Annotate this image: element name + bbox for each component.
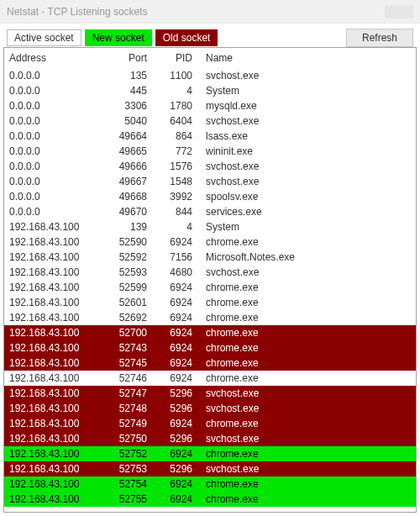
cell-port: 52753 [103, 463, 152, 475]
cell-pid: 1576 [152, 161, 197, 172]
cell-address: 192.168.43.100 [4, 463, 103, 475]
cell-pid: 3992 [152, 191, 197, 203]
table-row[interactable]: 192.168.43.100525934680svchost.exe [4, 265, 416, 280]
cell-address: 192.168.43.100 [4, 297, 103, 308]
table-row[interactable]: 0.0.0.0496683992spoolsv.exe [4, 189, 416, 204]
window-title: Netstat - TCP Listening sockets [7, 6, 148, 18]
table-row[interactable]: 192.168.43.100527466924chrome.exe [4, 371, 416, 386]
cell-address: 0.0.0.0 [4, 206, 103, 218]
table-row[interactable]: 192.168.43.100527505296svchost.exe [4, 431, 416, 446]
cell-address: 192.168.43.100 [4, 282, 103, 293]
table-row[interactable]: 192.168.43.100527526924chrome.exe [4, 446, 416, 461]
refresh-button[interactable]: Refresh [346, 29, 413, 47]
cell-pid: 1780 [152, 100, 197, 112]
table-row[interactable]: 192.168.43.100527485296svchost.exe [4, 401, 416, 416]
cell-name: svchost.exe [197, 266, 416, 278]
cell-pid: 6404 [152, 115, 197, 127]
cell-name: chrome.exe [197, 236, 416, 248]
col-header-address[interactable]: Address [4, 52, 103, 64]
cell-pid: 6924 [152, 357, 197, 369]
cell-port: 139 [103, 221, 152, 233]
table-row[interactable]: 192.168.43.100526016924chrome.exe [4, 295, 416, 310]
cell-address: 192.168.43.100 [4, 403, 103, 414]
cell-name: Microsoft.Notes.exe [197, 251, 416, 263]
cell-name: wininit.exe [197, 145, 416, 157]
table-row[interactable]: 192.168.43.100527546924chrome.exe [4, 477, 416, 492]
table-row[interactable]: 192.168.43.100527436924chrome.exe [4, 340, 416, 355]
cell-pid: 844 [152, 206, 197, 218]
cell-port: 52754 [103, 478, 152, 490]
cell-name: System [197, 85, 416, 97]
table-row[interactable]: 0.0.0.0496671548svchost.exe [4, 174, 416, 189]
cell-port: 49670 [103, 206, 152, 218]
cell-name: svchost.exe [197, 161, 416, 172]
cell-address: 0.0.0.0 [4, 70, 103, 82]
cell-name: svchost.exe [197, 176, 416, 187]
cell-name: chrome.exe [197, 418, 416, 429]
table-row[interactable]: 0.0.0.049665772wininit.exe [4, 144, 416, 159]
table-row[interactable]: 192.168.43.100525996924chrome.exe [4, 280, 416, 295]
cell-port: 52748 [103, 403, 152, 414]
legend-active-socket: Active socket [7, 29, 81, 46]
col-header-name[interactable]: Name [197, 52, 404, 64]
cell-address: 192.168.43.100 [4, 327, 103, 339]
cell-name: chrome.exe [197, 448, 416, 460]
table-row[interactable]: 192.168.43.100527456924chrome.exe [4, 355, 416, 371]
cell-name: svchost.exe [197, 387, 416, 399]
table-body[interactable]: 0.0.0.01351100svchost.exe0.0.0.04454Syst… [4, 68, 416, 512]
table-row[interactable]: 192.168.43.100527475296svchost.exe [4, 386, 416, 401]
cell-pid: 6924 [152, 418, 197, 429]
table-row[interactable]: 0.0.0.0496661576svchost.exe [4, 159, 416, 174]
cell-port: 3306 [103, 100, 152, 112]
cell-port: 52601 [103, 297, 152, 308]
cell-pid: 1100 [152, 70, 197, 82]
table-row[interactable]: 0.0.0.01351100svchost.exe [4, 68, 416, 83]
cell-address: 192.168.43.100 [4, 478, 103, 490]
cell-pid: 6924 [152, 236, 197, 248]
cell-pid: 5296 [152, 403, 197, 414]
cell-name: spoolsv.exe [197, 191, 416, 203]
table-row[interactable]: 192.168.43.100525906924chrome.exe [4, 234, 416, 250]
cell-pid: 4 [152, 85, 197, 97]
col-header-pid[interactable]: PID [152, 52, 197, 64]
cell-name: svchost.exe [197, 463, 416, 475]
cell-port: 49667 [103, 176, 152, 187]
cell-name: chrome.exe [197, 478, 416, 490]
cell-port: 445 [103, 85, 152, 97]
cell-port: 52747 [103, 387, 152, 399]
table-row[interactable]: 192.168.43.100527535296svchost.exe [4, 461, 416, 477]
cell-name: svchost.exe [197, 433, 416, 445]
table-row[interactable]: 192.168.43.1001394System [4, 219, 416, 234]
cell-port: 49665 [103, 145, 152, 157]
table-row[interactable]: 192.168.43.100527556924chrome.exe [4, 492, 416, 507]
cell-name: lsass.exe [197, 130, 416, 142]
table-row[interactable]: 0.0.0.04454System [4, 83, 416, 98]
table-row[interactable]: 0.0.0.049664864lsass.exe [4, 129, 416, 144]
cell-pid: 5296 [152, 463, 197, 475]
cell-port: 52592 [103, 251, 152, 263]
cell-name: svchost.exe [197, 403, 416, 414]
cell-name: svchost.exe [197, 70, 416, 82]
cell-pid: 4680 [152, 266, 197, 278]
table-row[interactable]: 0.0.0.050406404svchost.exe [4, 113, 416, 129]
legend-new-socket: New socket [85, 29, 152, 46]
cell-port: 52700 [103, 327, 152, 339]
cell-name: chrome.exe [197, 282, 416, 293]
cell-pid: 5296 [152, 433, 197, 445]
col-header-port[interactable]: Port [103, 52, 152, 64]
cell-address: 0.0.0.0 [4, 130, 103, 142]
table-row[interactable]: 192.168.43.100527006924chrome.exe [4, 325, 416, 340]
table-row[interactable]: 192.168.43.100527496924chrome.exe [4, 416, 416, 431]
cell-pid: 6924 [152, 448, 197, 460]
table-row[interactable]: 192.168.43.100525927156Microsoft.Notes.e… [4, 250, 416, 265]
table-row[interactable]: 192.168.43.100526926924chrome.exe [4, 310, 416, 325]
cell-port: 49664 [103, 130, 152, 142]
cell-pid: 864 [152, 130, 197, 142]
table-row[interactable]: 0.0.0.033061780mysqld.exe [4, 98, 416, 113]
cell-address: 0.0.0.0 [4, 176, 103, 187]
cell-address: 192.168.43.100 [4, 312, 103, 324]
cell-name: services.exe [197, 206, 416, 218]
cell-pid: 6924 [152, 342, 197, 354]
cell-port: 5040 [103, 115, 152, 127]
table-row[interactable]: 0.0.0.049670844services.exe [4, 204, 416, 219]
